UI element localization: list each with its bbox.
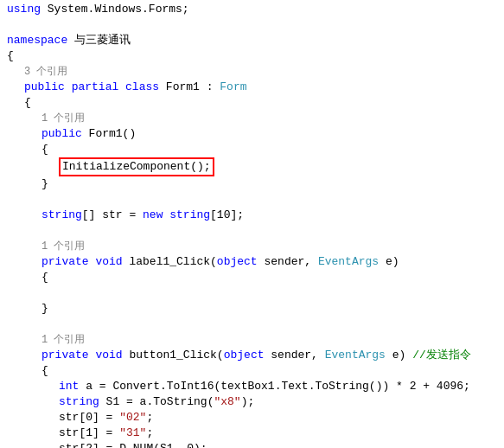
code-text: e) (379, 254, 399, 270)
blank-line (0, 17, 504, 33)
code-text: S1 = a.ToString( (99, 394, 214, 410)
keyword-object2: object (224, 348, 265, 363)
code-text (65, 80, 72, 95)
blank-line (0, 192, 504, 208)
ref-count-line2: 1 个引用 (0, 239, 504, 254)
code-line: namespace 与三菱通讯 (0, 33, 504, 48)
code-line: private void button1_Click( object sende… (0, 348, 504, 363)
keyword-string: string (41, 208, 82, 223)
brace: { (7, 48, 14, 64)
code-line: string S1 = a.ToString( "x8" ); (0, 394, 504, 410)
code-line: private void label1_Click( object sender… (0, 254, 504, 270)
code-text: Form1 : (159, 80, 220, 95)
blank-line (0, 223, 504, 239)
code-line: public partial class Form1 : Form (0, 80, 504, 95)
code-line: { (0, 363, 504, 379)
keyword-private: private (41, 254, 89, 270)
blank-line (0, 285, 504, 301)
code-line: } (0, 301, 504, 317)
code-line: { (0, 95, 504, 111)
code-text: System.Windows.Forms; (41, 2, 189, 17)
code-text (89, 254, 96, 270)
code-line: str[0] = "02" ; (0, 410, 504, 426)
keyword-object: object (217, 254, 258, 270)
code-text: [] str = (82, 208, 143, 223)
string-31: "31" (119, 426, 146, 441)
type-eventargs2: EventArgs (325, 348, 386, 363)
brace: { (24, 95, 31, 111)
comment-fasong: //发送指令 (412, 348, 471, 363)
code-text: [10]; (210, 208, 244, 223)
code-text: ); (241, 394, 255, 410)
keyword-int-a: int (59, 379, 79, 394)
code-line: str[1] = "31" ; (0, 426, 504, 441)
string-02: "02" (119, 410, 146, 426)
code-text: label1_Click( (123, 254, 217, 270)
code-line: { (0, 48, 504, 64)
code-text: Form1() (82, 126, 136, 142)
code-text: button1_Click( (123, 348, 224, 363)
ref-count: 3 个引用 (24, 64, 67, 80)
ref-count-line: 3 个引用 (0, 64, 504, 80)
code-line: } (0, 176, 504, 192)
keyword-public2: public (41, 126, 82, 142)
ref-count-line3: 1 个引用 (0, 332, 504, 348)
type-form: Form (220, 80, 246, 95)
code-line: InitializeComponent(); (0, 157, 504, 176)
code-text: a = Convert.ToInt16(textBox1.Text.ToStri… (79, 379, 469, 394)
code-line: { (0, 142, 504, 157)
code-text: str[2] = D_NUM(S1, 0); (59, 441, 207, 448)
keyword-partial: partial (72, 80, 119, 95)
brace: { (41, 142, 48, 157)
code-text (118, 80, 125, 95)
code-text: str[1] = (59, 426, 119, 441)
brace: { (41, 270, 48, 285)
code-text (89, 348, 96, 363)
keyword-class: class (125, 80, 159, 95)
code-line: str[2] = D_NUM(S1, 0); (0, 441, 504, 448)
brace: } (41, 301, 48, 317)
code-text: e) (386, 348, 412, 363)
keyword-string3: string (59, 394, 99, 410)
keyword-namespace: namespace (7, 33, 67, 48)
blank-line (0, 317, 504, 332)
code-editor: using System.Windows.Forms; namespace 与三… (0, 0, 504, 448)
keyword-string2: string (169, 208, 210, 223)
code-line: string [] str = new string [10]; (0, 208, 504, 223)
keyword-void: void (95, 254, 122, 270)
keyword-private2: private (41, 348, 89, 363)
code-line: using System.Windows.Forms; (0, 2, 504, 17)
code-line: { (0, 270, 504, 285)
code-text: ; (146, 426, 153, 441)
code-text: 与三菱通讯 (67, 33, 131, 48)
brace: } (41, 176, 48, 192)
brace: { (41, 363, 48, 379)
code-text: sender, (264, 348, 324, 363)
keyword-public: public (24, 80, 65, 95)
code-line: public Form1() (0, 126, 504, 142)
keyword-new: new (143, 208, 163, 223)
keyword-using: using (7, 2, 41, 17)
code-text: ; (146, 410, 153, 426)
code-text: str[0] = (59, 410, 119, 426)
type-eventargs: EventArgs (318, 254, 379, 270)
ref-count3: 1 个引用 (41, 332, 85, 348)
string-x8: "x8" (214, 394, 240, 410)
keyword-void2: void (95, 348, 122, 363)
ref-count2: 1 个引用 (41, 239, 85, 254)
code-text: sender, (258, 254, 318, 270)
ref-count-line: 1 个引用 (0, 111, 504, 126)
ref-count: 1 个引用 (41, 111, 85, 126)
initialize-component-highlighted: InitializeComponent(); (59, 157, 214, 176)
code-text (163, 208, 169, 223)
code-line: int a = Convert.ToInt16(textBox1.Text.To… (0, 379, 504, 394)
